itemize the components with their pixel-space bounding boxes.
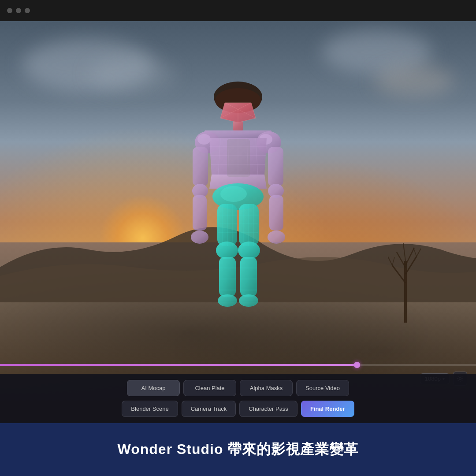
tab-blender-scene[interactable]: Blender Scene (122, 401, 178, 417)
video-area: 1080p ▾ AI Mocap Clean Plate Alpha Masks… (0, 21, 476, 423)
tabs-row-1: AI Mocap Clean Plate Alpha Masks Source … (7, 380, 469, 396)
svg-rect-33 (193, 147, 208, 186)
svg-point-49 (238, 242, 260, 259)
svg-rect-48 (239, 204, 259, 246)
tab-final-render[interactable]: Final Render (301, 401, 354, 417)
svg-rect-70 (227, 139, 250, 177)
svg-line-8 (416, 249, 421, 257)
app-container: 1080p ▾ AI Mocap Clean Plate Alpha Masks… (0, 0, 476, 476)
top-bar-dot-2 (16, 8, 21, 13)
svg-line-7 (392, 257, 394, 265)
svg-line-5 (403, 243, 405, 261)
svg-rect-44 (217, 204, 237, 246)
tab-camera-track[interactable]: Camera Track (182, 401, 236, 417)
character-3d (161, 78, 315, 343)
svg-rect-46 (219, 257, 236, 297)
svg-point-45 (216, 242, 238, 259)
svg-rect-35 (193, 195, 207, 231)
svg-line-6 (388, 257, 392, 265)
svg-point-40 (268, 231, 285, 244)
progress-fill (0, 364, 357, 366)
output-panel: AI Mocap Clean Plate Alpha Masks Source … (0, 374, 476, 423)
svg-line-9 (413, 248, 416, 257)
tab-source-video[interactable]: Source Video (296, 380, 349, 396)
tab-clean-plate[interactable]: Clean Plate (183, 380, 236, 396)
progress-track[interactable] (0, 364, 476, 366)
svg-line-1 (392, 265, 405, 283)
cloud-4 (375, 65, 454, 96)
top-bar (0, 0, 476, 21)
tabs-row-2: Blender Scene Camera Track Character Pas… (7, 401, 469, 417)
svg-point-47 (218, 294, 237, 307)
svg-rect-39 (269, 195, 283, 231)
svg-point-43 (220, 186, 247, 202)
tab-ai-mocap[interactable]: AI Mocap (127, 380, 180, 396)
tab-character-pass[interactable]: Character Pass (239, 401, 298, 417)
top-bar-dot-3 (25, 8, 30, 13)
svg-line-3 (397, 252, 405, 268)
svg-rect-50 (240, 257, 257, 297)
svg-rect-18 (233, 122, 243, 130)
caption-bar: Wonder Studio 帶來的影視產業變革 (0, 423, 476, 476)
progress-dot (354, 362, 360, 368)
svg-point-21 (197, 134, 211, 145)
svg-point-51 (239, 294, 258, 307)
caption-text: Wonder Studio 帶來的影視產業變革 (118, 440, 359, 459)
svg-line-2 (405, 257, 416, 274)
progress-area[interactable] (0, 364, 476, 366)
dead-tree (388, 226, 423, 323)
svg-point-36 (191, 231, 208, 244)
tab-alpha-masks[interactable]: Alpha Masks (240, 380, 293, 396)
top-bar-dot-1 (7, 8, 12, 13)
svg-rect-37 (268, 147, 283, 186)
